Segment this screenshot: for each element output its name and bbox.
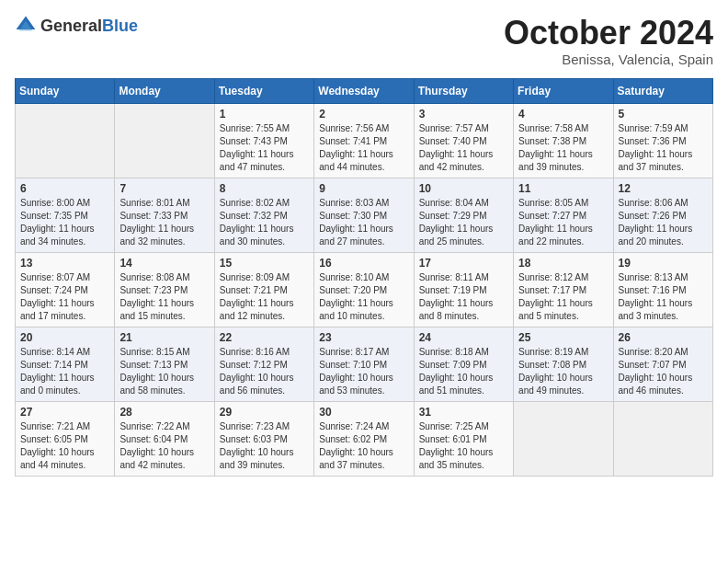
day-info: Sunrise: 8:01 AMSunset: 7:33 PMDaylight:… [119, 198, 194, 247]
day-info: Sunrise: 7:55 AMSunset: 7:43 PMDaylight:… [220, 123, 294, 172]
calendar-cell: 12 Sunrise: 8:06 AMSunset: 7:26 PMDaylig… [613, 178, 712, 252]
logo-icon [15, 15, 37, 37]
calendar-cell: 6 Sunrise: 8:00 AMSunset: 7:35 PMDayligh… [16, 178, 115, 252]
day-info: Sunrise: 8:12 AMSunset: 7:17 PMDaylight:… [518, 272, 593, 321]
day-number: 27 [20, 406, 109, 419]
day-number: 20 [20, 331, 109, 344]
day-number: 24 [419, 331, 508, 344]
day-info: Sunrise: 7:57 AMSunset: 7:40 PMDaylight:… [419, 123, 494, 172]
day-number: 19 [619, 257, 708, 270]
week-row-1: 1 Sunrise: 7:55 AMSunset: 7:43 PMDayligh… [16, 103, 713, 178]
logo: GeneralBlue [15, 15, 138, 37]
week-row-4: 20 Sunrise: 8:14 AMSunset: 7:14 PMDaylig… [16, 327, 713, 401]
day-info: Sunrise: 7:25 AMSunset: 6:01 PMDaylight:… [419, 421, 494, 470]
day-info: Sunrise: 8:03 AMSunset: 7:30 PMDaylight:… [319, 198, 393, 247]
day-number: 22 [220, 331, 309, 344]
day-number: 28 [119, 406, 209, 419]
day-number: 13 [20, 257, 109, 270]
calendar-cell [514, 401, 613, 476]
day-info: Sunrise: 7:59 AMSunset: 7:36 PMDaylight:… [619, 123, 693, 172]
day-info: Sunrise: 8:02 AMSunset: 7:32 PMDaylight:… [220, 198, 294, 247]
calendar-cell: 21 Sunrise: 8:15 AMSunset: 7:13 PMDaylig… [115, 327, 214, 401]
calendar-cell: 10 Sunrise: 8:04 AMSunset: 7:29 PMDaylig… [414, 178, 513, 252]
day-info: Sunrise: 7:21 AMSunset: 6:05 PMDaylight:… [20, 421, 95, 470]
calendar-cell: 19 Sunrise: 8:13 AMSunset: 7:16 PMDaylig… [613, 252, 712, 327]
day-number: 2 [319, 108, 408, 121]
logo-text: GeneralBlue [40, 17, 138, 36]
calendar-body: 1 Sunrise: 7:55 AMSunset: 7:43 PMDayligh… [16, 103, 713, 476]
header-saturday: Saturday [613, 78, 712, 103]
week-row-2: 6 Sunrise: 8:00 AMSunset: 7:35 PMDayligh… [16, 178, 713, 252]
day-number: 17 [419, 257, 508, 270]
day-info: Sunrise: 7:58 AMSunset: 7:38 PMDaylight:… [518, 123, 593, 172]
day-info: Sunrise: 8:09 AMSunset: 7:21 PMDaylight:… [220, 272, 294, 321]
day-number: 31 [419, 406, 508, 419]
day-number: 14 [119, 257, 209, 270]
calendar-cell: 7 Sunrise: 8:01 AMSunset: 7:33 PMDayligh… [115, 178, 214, 252]
day-number: 8 [220, 182, 309, 195]
calendar-cell: 9 Sunrise: 8:03 AMSunset: 7:30 PMDayligh… [314, 178, 414, 252]
day-number: 30 [319, 406, 408, 419]
calendar-cell [16, 103, 115, 178]
day-info: Sunrise: 8:15 AMSunset: 7:13 PMDaylight:… [119, 347, 194, 396]
calendar-cell: 4 Sunrise: 7:58 AMSunset: 7:38 PMDayligh… [514, 103, 613, 178]
header-wednesday: Wednesday [314, 78, 414, 103]
calendar-cell: 20 Sunrise: 8:14 AMSunset: 7:14 PMDaylig… [16, 327, 115, 401]
day-info: Sunrise: 7:23 AMSunset: 6:03 PMDaylight:… [220, 421, 294, 470]
calendar-cell: 14 Sunrise: 8:08 AMSunset: 7:23 PMDaylig… [115, 252, 214, 327]
day-info: Sunrise: 8:00 AMSunset: 7:35 PMDaylight:… [20, 198, 95, 247]
day-number: 23 [319, 331, 408, 344]
calendar-cell: 23 Sunrise: 8:17 AMSunset: 7:10 PMDaylig… [314, 327, 414, 401]
day-info: Sunrise: 8:14 AMSunset: 7:14 PMDaylight:… [20, 347, 95, 396]
day-info: Sunrise: 8:06 AMSunset: 7:26 PMDaylight:… [619, 198, 693, 247]
day-info: Sunrise: 8:13 AMSunset: 7:16 PMDaylight:… [619, 272, 693, 321]
calendar-cell: 30 Sunrise: 7:24 AMSunset: 6:02 PMDaylig… [314, 401, 414, 476]
calendar-cell: 27 Sunrise: 7:21 AMSunset: 6:05 PMDaylig… [16, 401, 115, 476]
calendar-header: SundayMondayTuesdayWednesdayThursdayFrid… [16, 78, 713, 103]
day-number: 10 [419, 182, 508, 195]
day-number: 18 [518, 257, 608, 270]
calendar-cell: 2 Sunrise: 7:56 AMSunset: 7:41 PMDayligh… [314, 103, 414, 178]
header-thursday: Thursday [414, 78, 513, 103]
location-subtitle: Benissa, Valencia, Spain [504, 52, 713, 67]
day-info: Sunrise: 8:16 AMSunset: 7:12 PMDaylight:… [220, 347, 294, 396]
calendar-cell: 11 Sunrise: 8:05 AMSunset: 7:27 PMDaylig… [514, 178, 613, 252]
calendar-cell [613, 401, 712, 476]
week-row-3: 13 Sunrise: 8:07 AMSunset: 7:24 PMDaylig… [16, 252, 713, 327]
calendar-cell: 22 Sunrise: 8:16 AMSunset: 7:12 PMDaylig… [214, 327, 313, 401]
day-info: Sunrise: 7:22 AMSunset: 6:04 PMDaylight:… [119, 421, 194, 470]
calendar-cell: 18 Sunrise: 8:12 AMSunset: 7:17 PMDaylig… [514, 252, 613, 327]
calendar-cell: 26 Sunrise: 8:20 AMSunset: 7:07 PMDaylig… [613, 327, 712, 401]
calendar-cell: 17 Sunrise: 8:11 AMSunset: 7:19 PMDaylig… [414, 252, 513, 327]
calendar-cell: 15 Sunrise: 8:09 AMSunset: 7:21 PMDaylig… [214, 252, 313, 327]
day-number: 29 [220, 406, 309, 419]
day-info: Sunrise: 8:17 AMSunset: 7:10 PMDaylight:… [319, 347, 393, 396]
month-title: October 2024 [504, 15, 713, 52]
calendar-cell: 5 Sunrise: 7:59 AMSunset: 7:36 PMDayligh… [613, 103, 712, 178]
header-row: SundayMondayTuesdayWednesdayThursdayFrid… [16, 78, 713, 103]
day-number: 5 [619, 108, 708, 121]
day-number: 21 [119, 331, 209, 344]
week-row-5: 27 Sunrise: 7:21 AMSunset: 6:05 PMDaylig… [16, 401, 713, 476]
day-info: Sunrise: 7:56 AMSunset: 7:41 PMDaylight:… [319, 123, 393, 172]
header-sunday: Sunday [16, 78, 115, 103]
calendar-cell: 24 Sunrise: 8:18 AMSunset: 7:09 PMDaylig… [414, 327, 513, 401]
day-number: 12 [619, 182, 708, 195]
calendar-cell: 1 Sunrise: 7:55 AMSunset: 7:43 PMDayligh… [214, 103, 313, 178]
day-number: 26 [619, 331, 708, 344]
calendar-cell: 13 Sunrise: 8:07 AMSunset: 7:24 PMDaylig… [16, 252, 115, 327]
calendar-cell: 25 Sunrise: 8:19 AMSunset: 7:08 PMDaylig… [514, 327, 613, 401]
calendar-cell: 16 Sunrise: 8:10 AMSunset: 7:20 PMDaylig… [314, 252, 414, 327]
calendar-table: SundayMondayTuesdayWednesdayThursdayFrid… [15, 78, 713, 477]
calendar-cell: 31 Sunrise: 7:25 AMSunset: 6:01 PMDaylig… [414, 401, 513, 476]
day-info: Sunrise: 8:04 AMSunset: 7:29 PMDaylight:… [419, 198, 494, 247]
day-number: 3 [419, 108, 508, 121]
day-number: 7 [119, 182, 209, 195]
calendar-cell: 3 Sunrise: 7:57 AMSunset: 7:40 PMDayligh… [414, 103, 513, 178]
day-number: 16 [319, 257, 408, 270]
day-number: 15 [220, 257, 309, 270]
day-info: Sunrise: 8:08 AMSunset: 7:23 PMDaylight:… [119, 272, 194, 321]
day-info: Sunrise: 8:20 AMSunset: 7:07 PMDaylight:… [619, 347, 693, 396]
header-friday: Friday [514, 78, 613, 103]
day-number: 9 [319, 182, 408, 195]
